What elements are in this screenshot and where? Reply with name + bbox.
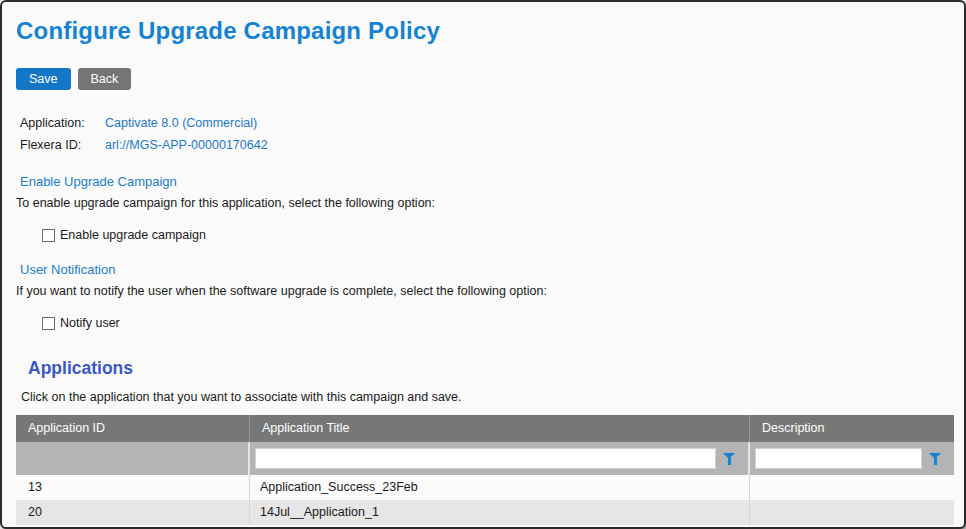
- applications-table-header: Application ID Application Title Descrip…: [16, 415, 954, 442]
- applications-table-body: 13 Application_Success_23Feb 20 14Jul__A…: [16, 475, 954, 525]
- table-row-application-20[interactable]: 20 14Jul__Application_1: [16, 500, 954, 525]
- flexera-id-info-row: Flexera ID: arl://MGS-APP-00000170642: [20, 137, 952, 152]
- column-header-application-title[interactable]: Application Title: [250, 415, 750, 442]
- cell-application-title[interactable]: Application_Success_23Feb: [250, 475, 750, 500]
- user-notification-heading: User Notification: [20, 262, 952, 277]
- filter-cell-application-title: [250, 442, 750, 475]
- filter-cell-application-id: [16, 442, 250, 475]
- applications-heading: Applications: [28, 358, 952, 379]
- enable-upgrade-campaign-checkbox-label: Enable upgrade campaign: [60, 228, 206, 242]
- applications-description: Click on the application that you want t…: [21, 390, 952, 404]
- enable-upgrade-campaign-heading: Enable Upgrade Campaign: [20, 174, 952, 189]
- notify-user-checkbox-label: Notify user: [60, 316, 120, 330]
- cell-description[interactable]: [750, 475, 954, 500]
- application-info-row: Application: Captivate 8.0 (Commercial): [20, 115, 952, 130]
- application-title-filter-input[interactable]: [255, 448, 716, 469]
- flexera-id-link[interactable]: arl://MGS-APP-00000170642: [105, 138, 268, 152]
- configure-upgrade-campaign-policy-window: Configure Upgrade Campaign Policy Save B…: [0, 0, 966, 529]
- application-title-filter-button[interactable]: [716, 448, 742, 469]
- description-filter-input[interactable]: [755, 448, 922, 469]
- application-label: Application:: [20, 116, 105, 130]
- cell-description[interactable]: [750, 500, 954, 525]
- filter-funnel-icon: [929, 452, 943, 466]
- filter-cell-description: [750, 442, 954, 475]
- user-notification-description: If you want to notify the user when the …: [16, 284, 952, 298]
- flexera-id-label: Flexera ID:: [20, 138, 105, 152]
- notify-user-checkbox[interactable]: [42, 317, 55, 330]
- back-button[interactable]: Back: [78, 68, 132, 90]
- cell-application-title[interactable]: 14Jul__Application_1: [250, 500, 750, 525]
- column-header-application-id[interactable]: Application ID: [16, 415, 250, 442]
- enable-upgrade-campaign-section: Enable Upgrade Campaign To enable upgrad…: [16, 174, 952, 243]
- toolbar: Save Back: [16, 68, 952, 90]
- enable-upgrade-campaign-checkbox[interactable]: [42, 229, 55, 242]
- cell-application-id[interactable]: 20: [16, 500, 250, 525]
- notify-user-checkbox-row: Notify user: [42, 315, 952, 331]
- applications-table: Application ID Application Title Descrip…: [16, 415, 954, 525]
- application-info-block: Application: Captivate 8.0 (Commercial) …: [20, 115, 952, 152]
- enable-upgrade-campaign-description: To enable upgrade campaign for this appl…: [16, 196, 952, 210]
- enable-upgrade-campaign-checkbox-row: Enable upgrade campaign: [42, 227, 952, 243]
- filter-funnel-icon: [723, 452, 737, 466]
- column-header-description[interactable]: Description: [750, 415, 954, 442]
- save-button[interactable]: Save: [16, 68, 71, 90]
- description-filter-button[interactable]: [922, 448, 948, 469]
- user-notification-section: User Notification If you want to notify …: [16, 262, 952, 331]
- cell-application-id[interactable]: 13: [16, 475, 250, 500]
- page-content: Configure Upgrade Campaign Policy Save B…: [2, 2, 964, 525]
- table-row-application-13[interactable]: 13 Application_Success_23Feb: [16, 475, 954, 500]
- page-title: Configure Upgrade Campaign Policy: [16, 17, 952, 45]
- applications-table-filter-row: [16, 442, 954, 475]
- application-link[interactable]: Captivate 8.0 (Commercial): [105, 116, 257, 130]
